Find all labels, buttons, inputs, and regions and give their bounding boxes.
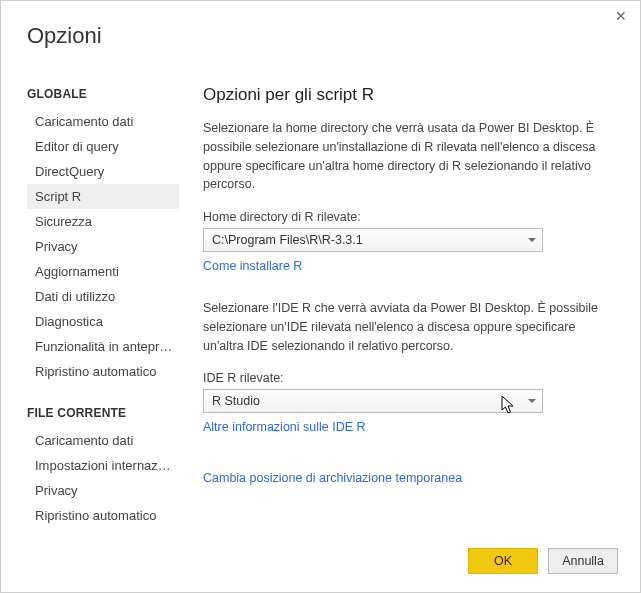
sidebar-item-file-privacy[interactable]: Privacy <box>27 478 179 503</box>
sidebar-section-global: GLOBALE <box>27 87 179 101</box>
sidebar: GLOBALE Caricamento dati Editor di query… <box>1 71 185 532</box>
sidebar-item-privacy[interactable]: Privacy <box>27 234 179 259</box>
sidebar-section-file-corrente: FILE CORRENTE <box>27 406 179 420</box>
close-icon[interactable]: ✕ <box>612 7 630 25</box>
sidebar-item-diagnostica[interactable]: Diagnostica <box>27 309 179 334</box>
dialog-footer: OK Annulla <box>468 548 618 574</box>
dialog-body: GLOBALE Caricamento dati Editor di query… <box>1 71 640 532</box>
content-heading: Opzioni per gli script R <box>203 85 610 105</box>
sidebar-item-ripristino-automatico[interactable]: Ripristino automatico <box>27 359 179 384</box>
sidebar-item-sicurezza[interactable]: Sicurezza <box>27 209 179 234</box>
home-directory-dropdown[interactable]: C:\Program Files\R\R-3.3.1 <box>203 228 543 252</box>
storage-location-link[interactable]: Cambia posizione di archiviazione tempor… <box>203 471 462 485</box>
home-directory-value: C:\Program Files\R\R-3.3.1 <box>212 233 363 247</box>
ide-dropdown[interactable]: R Studio <box>203 389 543 413</box>
sidebar-item-dati-utilizzo[interactable]: Dati di utilizzo <box>27 284 179 309</box>
sidebar-item-directquery[interactable]: DirectQuery <box>27 159 179 184</box>
content-paragraph-home: Selezionare la home directory che verrà … <box>203 119 610 194</box>
sidebar-item-file-ripristino[interactable]: Ripristino automatico <box>27 503 179 528</box>
install-r-link[interactable]: Come installare R <box>203 259 302 273</box>
chevron-down-icon <box>528 238 536 242</box>
content-panel: Opzioni per gli script R Selezionare la … <box>185 71 640 532</box>
chevron-down-icon <box>528 399 536 403</box>
sidebar-item-editor-query[interactable]: Editor di query <box>27 134 179 159</box>
sidebar-item-script-r[interactable]: Script R <box>27 184 179 209</box>
content-paragraph-ide: Selezionare l'IDE R che verrà avviata da… <box>203 299 610 355</box>
sidebar-item-aggiornamenti[interactable]: Aggiornamenti <box>27 259 179 284</box>
ide-value: R Studio <box>212 394 260 408</box>
ok-button[interactable]: OK <box>468 548 538 574</box>
sidebar-item-file-caricamento[interactable]: Caricamento dati <box>27 428 179 453</box>
home-directory-label: Home directory di R rilevate: <box>203 210 610 224</box>
dialog-title: Opzioni <box>1 1 640 49</box>
ide-info-link[interactable]: Altre informazioni sulle IDE R <box>203 420 366 434</box>
ide-label: IDE R rilevate: <box>203 371 610 385</box>
sidebar-item-caricamento-dati[interactable]: Caricamento dati <box>27 109 179 134</box>
sidebar-item-file-internazionali[interactable]: Impostazioni internazionali <box>27 453 179 478</box>
cancel-button[interactable]: Annulla <box>548 548 618 574</box>
sidebar-item-funzionalita-anteprima[interactable]: Funzionalità in anteprima <box>27 334 179 359</box>
